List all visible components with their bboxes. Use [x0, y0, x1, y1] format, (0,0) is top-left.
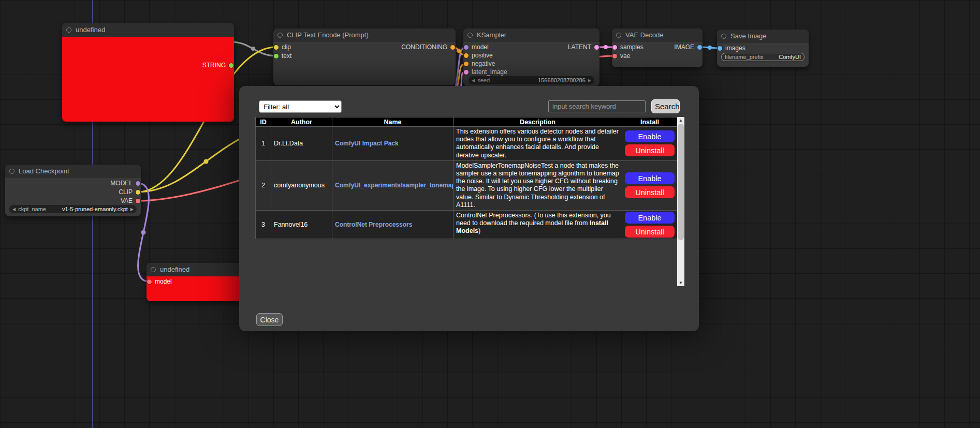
- collapse-dot-icon[interactable]: [9, 169, 14, 174]
- output-slot-clip[interactable]: CLIP: [5, 188, 141, 196]
- header-author: Author: [271, 117, 332, 127]
- slot-label: CONDITIONING: [401, 43, 447, 51]
- increment-arrow-icon[interactable]: ▶: [588, 78, 591, 83]
- filename-prefix-widget[interactable]: filename_prefix ComfyUI: [721, 53, 805, 61]
- slot-label: LATENT: [568, 43, 591, 51]
- slot-label: images: [725, 45, 745, 52]
- node-undefined-top[interactable]: undefined STRING: [62, 23, 234, 122]
- node-title: undefined: [160, 265, 189, 273]
- header-id: ID: [256, 117, 271, 127]
- link-dot: [251, 47, 255, 51]
- slot-label: negative: [472, 60, 495, 67]
- prev-arrow-icon[interactable]: ◀: [12, 207, 16, 212]
- output-dot[interactable]: [136, 181, 140, 186]
- extension-description: ControlNet Preprocessors. (To use this e…: [454, 211, 622, 239]
- input-slot-text[interactable]: text: [273, 52, 456, 60]
- node-ksampler[interactable]: KSampler model positive negative latent_…: [463, 28, 599, 86]
- ckpt-name-widget[interactable]: ◀ ckpt_name v1-5-pruned-emaonly.ckpt ▶: [9, 205, 137, 213]
- input-dot[interactable]: [147, 279, 152, 284]
- collapse-dot-icon[interactable]: [467, 33, 473, 38]
- output-slot-vae[interactable]: VAE: [5, 197, 141, 205]
- uninstall-button[interactable]: Uninstall: [625, 186, 675, 198]
- node-title-bar[interactable]: KSampler: [463, 28, 599, 42]
- input-slot-vae[interactable]: vae: [612, 52, 703, 60]
- node-save-image[interactable]: Save Image images filename_prefix ComfyU…: [717, 29, 809, 67]
- input-dot[interactable]: [464, 62, 469, 66]
- extension-id: 3: [256, 211, 271, 239]
- search-button[interactable]: Search: [651, 99, 680, 113]
- input-slot-positive[interactable]: positive: [463, 51, 599, 60]
- output-dot[interactable]: [450, 45, 455, 50]
- output-dot[interactable]: [136, 190, 140, 195]
- collapse-dot-icon[interactable]: [66, 27, 71, 33]
- comfyui-canvas[interactable]: undefined STRING CLIP Text Encode (Promp…: [0, 0, 980, 428]
- decrement-arrow-icon[interactable]: ◀: [472, 78, 475, 83]
- slot-label: model: [155, 278, 172, 285]
- node-title: KSampler: [477, 31, 506, 39]
- collapse-dot-icon[interactable]: [277, 33, 283, 38]
- table-row: 2 comfyanonymous ComfyUI_experiments/sam…: [256, 160, 678, 210]
- slot-label: latent_image: [472, 68, 507, 76]
- enable-button[interactable]: Enable: [625, 212, 675, 224]
- enable-button[interactable]: Enable: [625, 172, 675, 184]
- collapse-dot-icon[interactable]: [721, 34, 726, 39]
- extension-link[interactable]: ComfyUI Impact Pack: [335, 140, 399, 147]
- widget-label: filename_prefix: [725, 54, 764, 60]
- collapse-dot-icon[interactable]: [616, 33, 621, 38]
- node-title-bar[interactable]: CLIP Text Encode (Prompt): [273, 28, 456, 42]
- input-dot[interactable]: [718, 46, 722, 51]
- node-title-bar[interactable]: Load Checkpoint: [5, 165, 141, 178]
- extension-link[interactable]: ComfyUI_experiments/sampler_tonemap: [335, 182, 454, 189]
- input-dot[interactable]: [464, 70, 469, 75]
- search-input[interactable]: [548, 100, 646, 112]
- input-slot-images[interactable]: images: [717, 44, 809, 52]
- node-title: Load Checkpoint: [19, 167, 69, 175]
- table-row: 1 Dr.Lt.Data ComfyUI Impact Pack This ex…: [256, 127, 678, 161]
- node-clip-text-encode[interactable]: CLIP Text Encode (Prompt) clip text COND…: [273, 28, 456, 85]
- input-slot-negative[interactable]: negative: [463, 60, 599, 68]
- slot-label: VAE: [121, 197, 133, 204]
- node-load-checkpoint[interactable]: Load Checkpoint MODEL CLIP VAE ◀ ckpt_na…: [5, 165, 141, 216]
- extension-table: ID Author Name Description Install 1 Dr.…: [255, 117, 678, 239]
- output-dot[interactable]: [229, 63, 233, 68]
- extension-link[interactable]: ControlNet Preprocessors: [335, 221, 412, 228]
- input-dot[interactable]: [612, 54, 617, 58]
- seed-widget[interactable]: ◀ seed 156680208700286 ▶: [469, 76, 594, 84]
- close-button[interactable]: Close: [256, 313, 283, 326]
- node-vae-decode[interactable]: VAE Decode samples vae IMAGE: [612, 28, 703, 67]
- output-slot-image[interactable]: IMAGE: [612, 43, 703, 51]
- widget-value: v1-5-pruned-emaonly.ckpt: [62, 206, 128, 212]
- scroll-up-icon[interactable]: ▲: [677, 117, 684, 124]
- output-slot-string[interactable]: STRING: [62, 61, 234, 69]
- next-arrow-icon[interactable]: ▶: [130, 207, 134, 212]
- output-slot-conditioning[interactable]: CONDITIONING: [273, 43, 456, 51]
- extension-author: Fannovel16: [271, 211, 332, 239]
- extension-id: 1: [256, 127, 271, 161]
- input-slot-latent-image[interactable]: latent_image: [463, 68, 599, 76]
- slot-label: positive: [472, 52, 493, 59]
- scroll-down-icon[interactable]: ▼: [677, 279, 684, 286]
- input-dot[interactable]: [274, 54, 279, 58]
- slot-label: text: [282, 52, 291, 60]
- extension-author: Dr.Lt.Data: [271, 127, 332, 161]
- extension-description: ModelSamplerTonemapNoiseTest a node that…: [454, 160, 622, 210]
- output-slot-model[interactable]: MODEL: [5, 179, 141, 187]
- node-title-bar[interactable]: Save Image: [717, 29, 809, 43]
- output-dot[interactable]: [594, 45, 599, 50]
- filter-select[interactable]: Filter: all: [259, 100, 342, 113]
- uninstall-button[interactable]: Uninstall: [625, 226, 675, 238]
- collapse-dot-icon[interactable]: [151, 267, 156, 272]
- node-title-bar[interactable]: VAE Decode: [612, 28, 703, 42]
- table-scrollbar[interactable]: ▲ ▼: [677, 117, 684, 286]
- output-dot[interactable]: [697, 45, 702, 50]
- table-header-row: ID Author Name Description Install: [256, 117, 678, 127]
- output-slot-latent[interactable]: LATENT: [463, 43, 599, 51]
- extension-description: This extension offers various detector n…: [454, 127, 622, 161]
- node-title-bar[interactable]: undefined: [62, 23, 234, 37]
- output-dot[interactable]: [136, 199, 140, 203]
- enable-button[interactable]: Enable: [625, 130, 675, 142]
- table-row: 3 Fannovel16 ControlNet Preprocessors Co…: [256, 211, 678, 239]
- input-dot[interactable]: [464, 53, 469, 58]
- uninstall-button[interactable]: Uninstall: [625, 144, 675, 156]
- scrollbar-thumb[interactable]: [678, 124, 684, 240]
